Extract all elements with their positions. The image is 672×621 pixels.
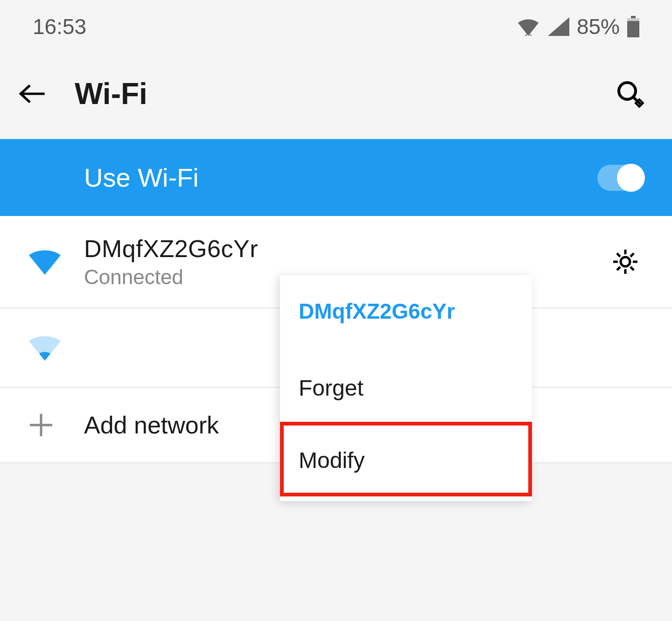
wifi-toggle-label: Use Wi-Fi — [84, 162, 597, 193]
add-network-label: Add network — [84, 411, 219, 439]
wifi-toggle-switch[interactable] — [597, 165, 644, 191]
search-icon — [616, 80, 644, 108]
network-settings-button[interactable] — [607, 249, 644, 275]
arrow-left-icon — [19, 82, 47, 105]
svg-point-6 — [619, 83, 636, 99]
svg-rect-2 — [631, 16, 636, 18]
wifi-signal-weak-icon — [28, 335, 84, 361]
context-menu: DMqfXZ2G6cYr Forget Modify — [280, 275, 532, 501]
status-bar: 16:53 85% — [0, 0, 672, 53]
svg-rect-4 — [627, 21, 639, 37]
svg-marker-0 — [525, 34, 527, 36]
svg-point-9 — [621, 257, 630, 266]
battery-icon — [627, 16, 639, 37]
context-menu-modify[interactable]: Modify — [280, 424, 532, 496]
status-right: 85% — [516, 14, 639, 39]
svg-line-16 — [630, 253, 634, 257]
page-title: Wi-Fi — [75, 77, 616, 111]
network-name: DMqfXZ2G6cYr — [84, 235, 607, 263]
wifi-status-icon — [516, 17, 540, 36]
search-button[interactable] — [616, 80, 644, 108]
context-menu-title: DMqfXZ2G6cYr — [280, 275, 532, 352]
battery-percent: 85% — [577, 14, 620, 39]
gear-icon — [612, 249, 638, 275]
svg-line-14 — [617, 253, 620, 257]
toggle-knob — [617, 164, 645, 192]
svg-line-17 — [617, 267, 620, 270]
back-button[interactable] — [19, 80, 47, 108]
wifi-toggle-row[interactable]: Use Wi-Fi — [0, 139, 672, 216]
wifi-signal-icon — [28, 249, 84, 275]
svg-line-15 — [630, 267, 634, 270]
context-menu-forget[interactable]: Forget — [280, 352, 532, 424]
cellular-status-icon — [548, 17, 569, 36]
header: Wi-Fi — [0, 53, 672, 139]
plus-icon — [28, 412, 84, 438]
svg-marker-1 — [530, 34, 532, 36]
status-time: 16:53 — [33, 14, 86, 39]
